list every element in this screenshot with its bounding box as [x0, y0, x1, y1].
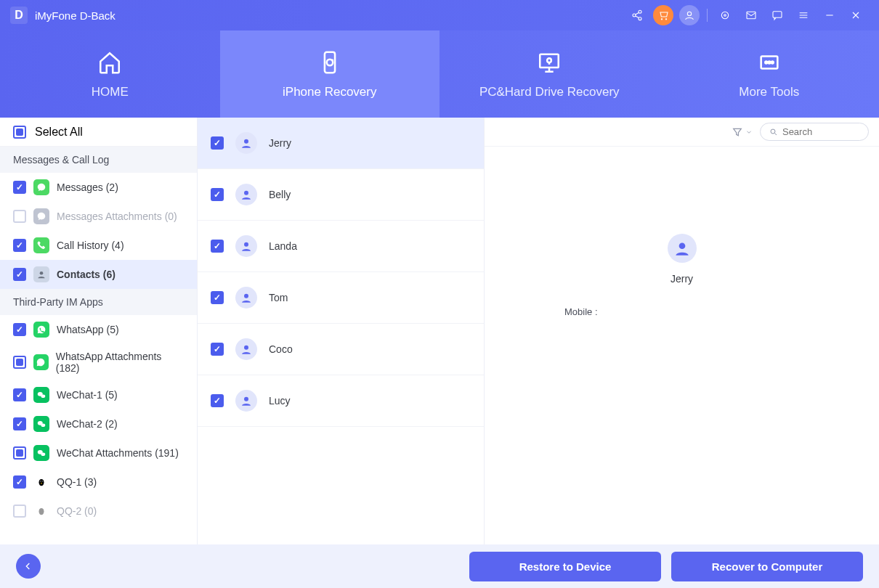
back-button[interactable] — [16, 554, 41, 579]
sidebar-item-wa-attachments[interactable]: WhatsApp Attachments (182) — [0, 344, 197, 380]
svg-point-33 — [244, 346, 248, 350]
svg-point-28 — [39, 508, 44, 515]
checkbox[interactable] — [13, 323, 26, 336]
checkbox[interactable] — [13, 446, 26, 460]
sidebar-item-qq1[interactable]: QQ-1 (3) — [0, 467, 197, 497]
sidebar-item-label: Messages Attachments (0) — [57, 211, 177, 222]
app-logo: D — [10, 7, 28, 24]
checkbox[interactable] — [211, 136, 224, 150]
checkbox[interactable] — [13, 505, 26, 518]
titlebar: D iMyFone D-Back — [0, 0, 879, 30]
checkbox[interactable] — [13, 475, 26, 489]
feedback-icon[interactable] — [767, 5, 787, 25]
select-all-checkbox[interactable] — [13, 126, 26, 139]
minimize-icon[interactable] — [819, 5, 840, 25]
svg-point-23 — [41, 452, 45, 456]
svg-point-12 — [547, 58, 551, 62]
contact-row[interactable]: Tom — [198, 272, 484, 324]
nav-more-tools[interactable]: More Tools — [660, 30, 880, 118]
nav-iphone-recovery[interactable]: iPhone Recovery — [220, 30, 440, 118]
contact-row[interactable]: Belly — [198, 169, 484, 221]
contact-row[interactable]: Lucy — [198, 375, 484, 427]
svg-point-0 — [639, 10, 641, 13]
sidebar-item-call-history[interactable]: Call History (4) — [0, 231, 197, 260]
wechat-icon — [33, 416, 49, 432]
nav-pc-label: PC&Hard Drive Recovery — [479, 85, 620, 99]
avatar-icon — [235, 132, 257, 154]
search-icon — [769, 127, 778, 137]
sidebar-item-wechat1[interactable]: WeChat-1 (5) — [0, 380, 197, 409]
restore-to-device-button[interactable]: Restore to Device — [469, 552, 661, 581]
phone-refresh-icon — [316, 49, 344, 76]
contact-name: Jerry — [269, 137, 291, 149]
checkbox[interactable] — [211, 291, 224, 304]
search-box[interactable] — [760, 123, 869, 141]
wechat-icon — [33, 445, 49, 461]
svg-point-7 — [724, 15, 726, 17]
qq-icon — [33, 474, 49, 490]
filter-button[interactable] — [732, 126, 753, 138]
whatsapp-icon — [33, 322, 49, 338]
svg-point-24 — [39, 479, 44, 486]
avatar-icon — [235, 390, 257, 412]
sidebar-item-label: QQ-2 (0) — [57, 505, 97, 517]
sidebar-item-contacts[interactable]: Contacts (6) — [0, 260, 197, 289]
app-title: iMyFone D-Back — [35, 9, 116, 22]
sidebar-item-wechat2[interactable]: WeChat-2 (2) — [0, 409, 197, 438]
sidebar-item-whatsapp[interactable]: WhatsApp (5) — [0, 315, 197, 344]
sidebar-item-label: Messages (2) — [57, 181, 118, 193]
svg-point-27 — [41, 483, 42, 483]
svg-point-19 — [41, 394, 45, 398]
svg-point-15 — [768, 62, 770, 64]
checkbox[interactable] — [211, 343, 224, 356]
svg-point-16 — [771, 62, 774, 64]
checkbox[interactable] — [13, 210, 26, 223]
sidebar-item-messages[interactable]: Messages (2) — [0, 173, 197, 202]
select-all-row[interactable]: Select All — [0, 118, 197, 147]
contact-row[interactable]: Coco — [198, 324, 484, 375]
detail-panel: Jerry Mobile : — [485, 118, 879, 544]
svg-point-32 — [244, 294, 248, 298]
sidebar-item-wc-attachments[interactable]: WeChat Attachments (191) — [0, 438, 197, 467]
menu-icon[interactable] — [793, 5, 814, 25]
sidebar-item-label: Call History (4) — [57, 240, 124, 251]
sidebar-item-label: WeChat-2 (2) — [57, 418, 118, 430]
checkbox[interactable] — [13, 356, 26, 369]
user-avatar-icon[interactable] — [679, 5, 700, 25]
checkbox[interactable] — [13, 417, 26, 430]
sidebar-item-msg-attachments[interactable]: Messages Attachments (0) — [0, 202, 197, 231]
contact-name: Belly — [269, 189, 291, 200]
nav-home[interactable]: HOME — [0, 30, 220, 118]
contact-row[interactable]: Landa — [198, 221, 484, 272]
svg-rect-9 — [773, 12, 782, 18]
search-input[interactable] — [782, 126, 859, 137]
share-icon[interactable] — [627, 5, 647, 25]
checkbox[interactable] — [13, 181, 26, 194]
section-messages-header: Messages & Call Log — [0, 147, 197, 173]
svg-rect-8 — [747, 12, 756, 18]
qq-icon — [33, 503, 49, 519]
svg-point-2 — [639, 17, 641, 20]
main-nav: HOME iPhone Recovery PC&Hard Drive Recov… — [0, 30, 879, 118]
checkbox[interactable] — [13, 239, 26, 252]
contact-row[interactable]: Jerry — [198, 118, 484, 169]
svg-rect-11 — [540, 54, 559, 68]
checkbox[interactable] — [211, 240, 224, 253]
sidebar-item-qq2[interactable]: QQ-2 (0) — [0, 497, 197, 526]
avatar-icon — [235, 235, 257, 257]
close-icon[interactable] — [846, 5, 866, 25]
mail-icon[interactable] — [741, 5, 761, 25]
checkbox[interactable] — [13, 268, 26, 281]
checkbox[interactable] — [211, 394, 224, 407]
svg-point-14 — [765, 62, 767, 64]
messages-icon — [33, 179, 49, 195]
recover-to-computer-button[interactable]: Recover to Computer — [671, 552, 863, 581]
checkbox[interactable] — [211, 188, 224, 201]
contact-name: Landa — [269, 240, 297, 252]
checkbox[interactable] — [13, 388, 26, 401]
svg-point-36 — [679, 242, 685, 249]
nav-pc-recovery[interactable]: PC&Hard Drive Recovery — [440, 30, 660, 118]
cart-icon[interactable] — [653, 5, 673, 25]
category-list: Messages & Call Log Messages (2) Message… — [0, 147, 197, 544]
settings-icon[interactable] — [715, 5, 735, 25]
